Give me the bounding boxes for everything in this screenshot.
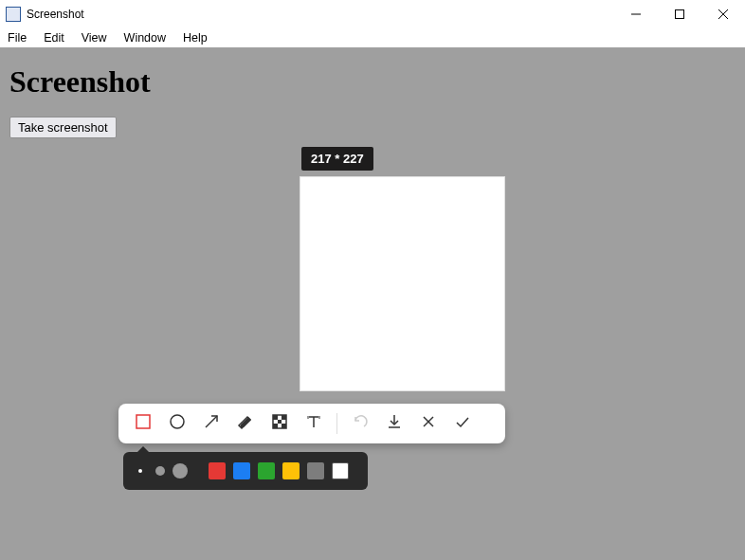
tool-download[interactable] bbox=[377, 406, 411, 441]
menu-file[interactable]: File bbox=[0, 31, 35, 45]
menubar: File Edit View Window Help bbox=[0, 28, 745, 47]
tool-cancel[interactable] bbox=[411, 406, 445, 441]
menu-window[interactable]: Window bbox=[116, 31, 174, 45]
svg-rect-9 bbox=[282, 415, 286, 420]
close-button[interactable] bbox=[701, 0, 745, 28]
dimension-badge: 217 * 227 bbox=[301, 147, 373, 171]
svg-rect-1 bbox=[676, 10, 684, 19]
arrow-icon bbox=[203, 413, 220, 434]
color-swatch-red[interactable] bbox=[209, 462, 226, 479]
svg-rect-10 bbox=[278, 420, 282, 424]
take-screenshot-button[interactable]: Take screenshot bbox=[9, 117, 117, 138]
window-title: Screenshot bbox=[27, 8, 84, 21]
content: Screenshot Take screenshot 217 * 227 bbox=[0, 64, 745, 560]
tool-confirm[interactable] bbox=[445, 406, 480, 441]
window-controls bbox=[614, 0, 745, 28]
stroke-size-large[interactable] bbox=[173, 463, 188, 479]
color-swatch-white[interactable] bbox=[332, 462, 349, 479]
color-swatch-gray[interactable] bbox=[307, 462, 324, 479]
svg-rect-11 bbox=[273, 424, 278, 428]
check-icon bbox=[454, 413, 471, 434]
tool-text[interactable] bbox=[297, 406, 331, 441]
download-icon bbox=[386, 413, 403, 434]
app-icon bbox=[6, 7, 21, 22]
ellipse-icon bbox=[169, 413, 186, 434]
svg-rect-12 bbox=[282, 424, 286, 428]
pencil-icon bbox=[237, 413, 254, 434]
tool-pencil[interactable] bbox=[228, 406, 263, 441]
tool-rectangle[interactable] bbox=[126, 406, 160, 441]
color-swatch-yellow[interactable] bbox=[282, 462, 300, 479]
rectangle-icon bbox=[135, 413, 152, 434]
svg-rect-4 bbox=[136, 415, 150, 428]
page-heading: Screenshot bbox=[9, 64, 745, 99]
style-toolbar bbox=[123, 452, 368, 490]
svg-point-5 bbox=[171, 415, 184, 428]
menu-edit[interactable]: Edit bbox=[35, 31, 73, 45]
selection-area[interactable] bbox=[300, 176, 505, 391]
color-swatch-green[interactable] bbox=[258, 462, 275, 479]
menu-help[interactable]: Help bbox=[174, 31, 216, 45]
svg-line-6 bbox=[206, 416, 217, 427]
text-icon bbox=[305, 413, 322, 434]
color-swatch-blue[interactable] bbox=[233, 462, 250, 479]
tool-undo[interactable] bbox=[343, 406, 377, 441]
tool-ellipse[interactable] bbox=[160, 406, 194, 441]
annotation-toolbar bbox=[118, 404, 505, 443]
mosaic-icon bbox=[271, 413, 288, 434]
undo-icon bbox=[352, 413, 369, 434]
toolbar-divider bbox=[336, 413, 337, 434]
svg-rect-8 bbox=[273, 415, 278, 420]
titlebar: Screenshot bbox=[0, 0, 745, 28]
stroke-size-small[interactable] bbox=[138, 469, 142, 473]
menu-view[interactable]: View bbox=[73, 31, 116, 45]
tool-arrow[interactable] bbox=[194, 406, 228, 441]
minimize-button[interactable] bbox=[614, 0, 658, 28]
close-icon bbox=[420, 413, 437, 434]
tool-mosaic[interactable] bbox=[263, 406, 297, 441]
maximize-button[interactable] bbox=[658, 0, 701, 28]
stroke-size-medium[interactable] bbox=[155, 466, 165, 476]
